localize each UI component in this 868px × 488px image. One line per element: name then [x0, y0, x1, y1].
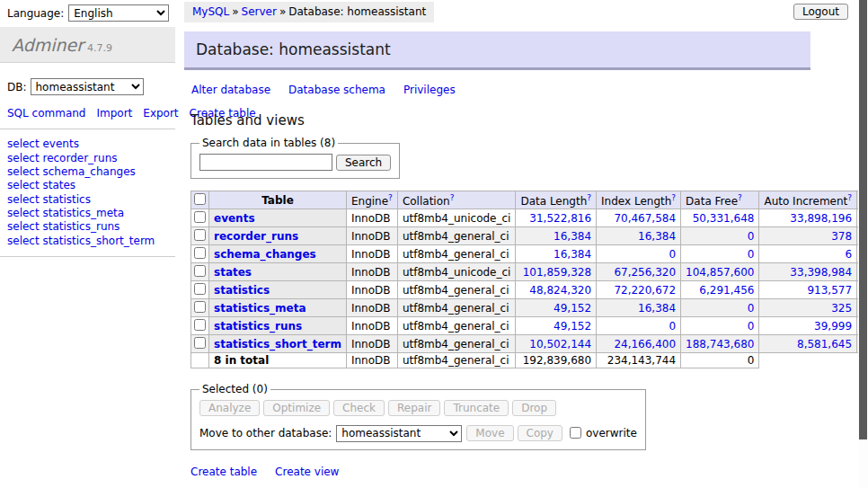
link-create-view[interactable]: Create view: [275, 466, 339, 478]
value-link-data-free[interactable]: 0: [748, 320, 755, 333]
search-input[interactable]: [199, 154, 332, 171]
cell-data-length: 48,824,320: [516, 281, 597, 299]
table-name-link[interactable]: states: [214, 266, 252, 279]
value-link-auto-increment[interactable]: 33,398,984: [790, 266, 852, 279]
column-help-link[interactable]: ?: [847, 193, 852, 202]
link-select-statistics-short-term[interactable]: select statistics_short_term: [7, 235, 168, 248]
row-checkbox[interactable]: [194, 301, 206, 313]
search-fieldset: Search data in tables (8) Search: [190, 137, 400, 179]
value-link-auto-increment[interactable]: 6: [845, 248, 852, 261]
value-link-data-length[interactable]: 49,152: [554, 320, 591, 333]
truncate-button[interactable]: Truncate: [444, 400, 509, 416]
table-name-link[interactable]: statistics_meta: [214, 302, 306, 315]
repair-button[interactable]: Repair: [388, 400, 440, 416]
move-db-select[interactable]: homeassistant: [336, 425, 462, 442]
overwrite-checkbox[interactable]: [570, 427, 581, 439]
value-link-index-length[interactable]: 16,384: [638, 230, 676, 243]
value-link-data-length[interactable]: 31,522,816: [529, 212, 591, 225]
cell-data-free: 50,331,648: [681, 209, 759, 227]
value-link-data-length[interactable]: 49,152: [554, 302, 591, 315]
link-import[interactable]: Import: [96, 107, 132, 120]
language-select[interactable]: English: [68, 4, 169, 22]
value-link-index-length[interactable]: 0: [669, 320, 676, 333]
value-link-index-length[interactable]: 0: [669, 248, 676, 261]
value-link-data-length[interactable]: 48,824,320: [529, 284, 591, 297]
value-link-auto-increment[interactable]: 39,999: [814, 320, 852, 333]
value-link-data-length[interactable]: 10,502,144: [529, 338, 591, 350]
value-link-data-free[interactable]: 0: [748, 248, 755, 261]
drop-button[interactable]: Drop: [512, 400, 556, 416]
table-name-link[interactable]: statistics: [214, 284, 270, 297]
link-select-schema-changes[interactable]: select schema_changes: [7, 165, 168, 179]
value-link-index-length[interactable]: 24,166,400: [614, 338, 676, 350]
link-sql-command[interactable]: SQL command: [7, 107, 85, 120]
link-database-schema[interactable]: Database schema: [288, 84, 385, 96]
value-link-data-free[interactable]: 104,857,600: [686, 266, 754, 279]
value-link-index-length[interactable]: 67,256,320: [614, 266, 676, 279]
table-name-cell: recorder_runs: [209, 227, 347, 245]
column-help-link[interactable]: ?: [671, 193, 676, 202]
breadcrumb-link-server[interactable]: Server: [242, 5, 277, 18]
link-select-statistics-runs[interactable]: select statistics_runs: [7, 220, 168, 234]
link-privileges[interactable]: Privileges: [403, 84, 456, 96]
table-name-link[interactable]: events: [214, 212, 255, 225]
copy-button[interactable]: Copy: [518, 425, 562, 441]
sidebar-actions: SQL commandImportExportCreate table: [7, 106, 167, 120]
vertical-scrollbar[interactable]: [858, 0, 868, 488]
column-help-link[interactable]: ?: [450, 193, 455, 202]
cell-data-length: 49,152: [516, 317, 597, 335]
analyze-button[interactable]: Analyze: [199, 400, 260, 416]
table-name-link[interactable]: schema_changes: [214, 248, 316, 261]
link-select-statistics[interactable]: select statistics: [7, 193, 168, 207]
value-link-auto-increment[interactable]: 33,898,196: [790, 212, 852, 225]
column-help-link[interactable]: ?: [738, 193, 742, 202]
value-link-auto-increment[interactable]: 325: [831, 302, 852, 315]
db-select[interactable]: homeassistant: [31, 78, 144, 95]
row-checkbox[interactable]: [194, 247, 206, 259]
link-create-table[interactable]: Create table: [190, 466, 257, 478]
move-row: Move to other database:homeassistantMove…: [199, 424, 637, 442]
check-button[interactable]: Check: [333, 400, 385, 416]
link-export[interactable]: Export: [143, 107, 178, 120]
value-link-index-length[interactable]: 70,467,584: [614, 212, 676, 225]
row-checkbox[interactable]: [194, 283, 206, 295]
cell-auto-increment: 39,999: [759, 317, 857, 335]
value-link-data-free[interactable]: 0: [748, 230, 755, 243]
row-checkbox[interactable]: [194, 211, 206, 223]
value-link-data-free[interactable]: 6,291,456: [699, 284, 754, 297]
select-all-checkbox[interactable]: [194, 193, 206, 205]
value-link-data-length[interactable]: 16,384: [554, 230, 591, 243]
value-link-index-length[interactable]: 16,384: [638, 302, 676, 315]
cell-auto-increment: 325: [759, 299, 857, 317]
link-select-states[interactable]: select states: [7, 179, 168, 192]
row-checkbox[interactable]: [194, 319, 206, 331]
value-link-data-free[interactable]: 188,743,680: [686, 338, 754, 350]
scrollbar-thumb[interactable]: [859, 0, 867, 439]
value-link-data-free[interactable]: 50,331,648: [693, 212, 755, 225]
row-checkbox[interactable]: [194, 337, 206, 349]
column-help-link[interactable]: ?: [388, 193, 393, 202]
value-link-data-length[interactable]: 101,859,328: [523, 266, 591, 279]
row-checkbox[interactable]: [194, 229, 206, 241]
value-link-auto-increment[interactable]: 378: [831, 230, 852, 243]
value-link-data-length[interactable]: 16,384: [554, 248, 591, 261]
link-select-statistics-meta[interactable]: select statistics_meta: [7, 207, 168, 220]
table-name-link[interactable]: recorder_runs: [214, 230, 298, 243]
link-select-events[interactable]: select events: [7, 138, 168, 151]
row-checkbox[interactable]: [194, 265, 206, 277]
link-alter-database[interactable]: Alter database: [191, 84, 270, 96]
breadcrumb-link-mysql[interactable]: MySQL: [192, 5, 229, 18]
column-help-link[interactable]: ?: [587, 193, 591, 202]
cell-collation: utf8mb4_general_ci: [397, 245, 516, 263]
value-link-auto-increment[interactable]: 913,577: [807, 284, 852, 297]
move-button[interactable]: Move: [466, 425, 513, 441]
value-link-auto-increment[interactable]: 8,581,645: [797, 338, 852, 350]
table-name-link[interactable]: statistics_runs: [214, 320, 302, 333]
search-button[interactable]: Search: [336, 155, 391, 171]
adminer-logo[interactable]: Adminer4.7.9: [0, 27, 175, 63]
optimize-button[interactable]: Optimize: [263, 400, 330, 416]
table-name-link[interactable]: statistics_short_term: [214, 338, 341, 350]
value-link-data-free[interactable]: 0: [748, 302, 755, 315]
value-link-index-length[interactable]: 72,220,672: [614, 284, 676, 297]
link-select-recorder-runs[interactable]: select recorder_runs: [7, 152, 168, 165]
